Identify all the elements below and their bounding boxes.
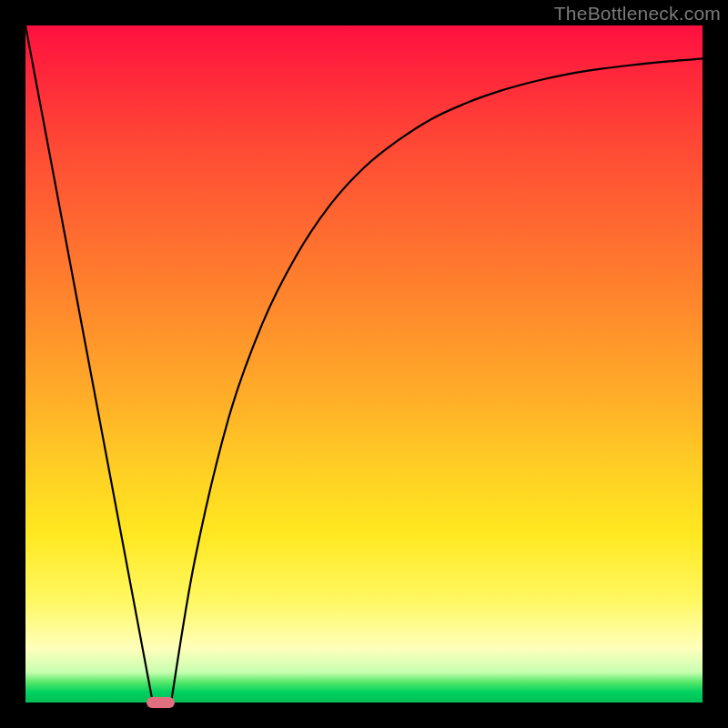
curve-left-line (25, 25, 153, 703)
chart-curves (25, 25, 703, 703)
chart-frame: TheBottleneck.com (0, 0, 728, 728)
watermark-text: TheBottleneck.com (554, 3, 721, 25)
curve-right (171, 58, 703, 703)
plot-area (25, 25, 703, 703)
valley-marker (147, 697, 175, 708)
